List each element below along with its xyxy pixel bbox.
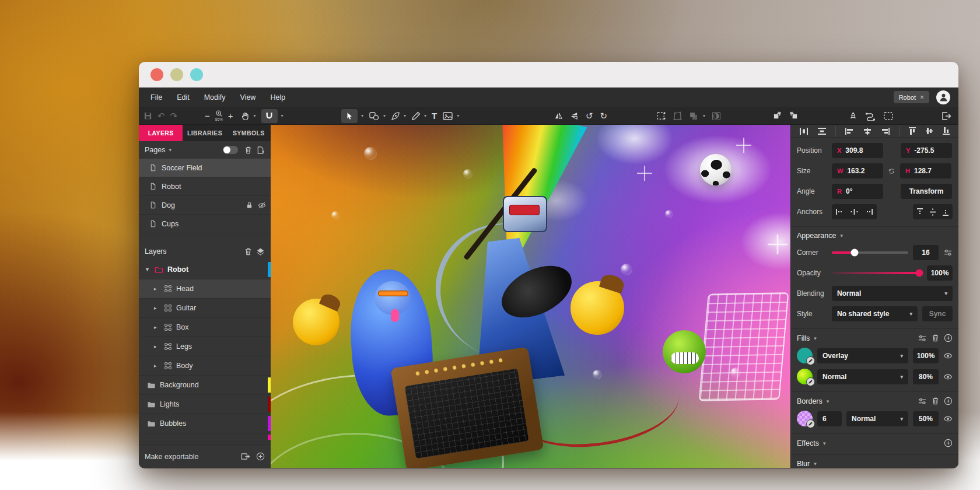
size-height-input[interactable]: H 128.7 [900,163,951,178]
account-avatar[interactable] [936,90,950,104]
layer-row-box[interactable]: ▸ Box [139,318,271,337]
tab-symbols[interactable]: SYMBOLS [227,125,271,141]
fill-opacity-value[interactable]: 80% [913,369,939,384]
borders-section-header[interactable]: Borders ▾ [791,391,958,405]
select-tool[interactable] [341,109,358,123]
angle-input[interactable]: R 0° [832,184,883,199]
fills-delete-icon[interactable] [931,334,940,342]
sync-button[interactable]: Sync [922,306,953,321]
select-tool-chevron-icon[interactable]: ▾ [361,113,363,118]
size-width-input[interactable]: W 163.2 [832,163,883,178]
fill-visible-eye-icon[interactable] [943,372,953,382]
rotate-cw-icon[interactable]: ↻ [600,111,608,120]
text-tool-icon[interactable]: T [432,111,437,121]
fill-opacity-value[interactable]: 100% [913,348,939,363]
save-icon[interactable] [144,111,152,120]
anchor-top-icon[interactable] [916,208,923,216]
document-tab-robot[interactable]: Robot × [894,91,929,103]
borders-delete-icon[interactable] [931,397,940,405]
pages-toggle[interactable] [223,146,238,154]
menu-help[interactable]: Help [270,93,285,102]
effects-add-icon[interactable] [944,439,953,447]
layer-row-background[interactable]: Background [139,376,271,395]
document-tab-close-icon[interactable]: × [920,93,924,102]
blending-dropdown[interactable]: Normal ▾ [832,286,953,301]
blur-section-header[interactable]: Blur ▾ [791,454,958,468]
corner-slider[interactable] [832,251,908,254]
fill-blend-dropdown[interactable]: Normal ▾ [817,369,908,384]
transform-button[interactable]: Transform [901,184,952,199]
opacity-value[interactable]: 100% [927,265,953,281]
redo-icon[interactable]: ↷ [170,111,178,120]
hand-tool-icon[interactable] [241,111,250,121]
layer-row-legs[interactable]: ▸ Legs [139,337,271,356]
minimize-window-button[interactable] [170,68,183,81]
anchor-bottom-icon[interactable] [942,208,949,216]
pages-chevron-icon[interactable]: ▾ [169,147,172,153]
scale-tool-icon[interactable] [656,111,666,120]
export-icon[interactable] [240,452,250,461]
distribute-vertical-icon[interactable] [817,127,827,135]
position-y-input[interactable]: Y -275.5 [901,143,952,158]
rotate-ccw-icon[interactable]: ↺ [586,111,593,120]
delete-page-icon[interactable] [244,146,253,155]
disclosure-closed-icon[interactable]: ▸ [154,363,160,369]
locked-icon[interactable] [246,201,253,209]
borders-options-icon[interactable] [918,397,927,405]
shape-tool-icon[interactable] [369,111,380,121]
anchor-right-icon[interactable] [864,208,873,215]
add-export-icon[interactable] [256,452,265,461]
merge-chevron-icon[interactable]: ▾ [703,113,705,118]
menu-file[interactable]: File [150,93,162,102]
mask-tool-icon[interactable] [712,111,721,121]
fill-visible-eye-icon[interactable] [943,351,953,360]
tab-libraries[interactable]: LIBRARIES [183,125,226,141]
fills-options-icon[interactable] [918,334,927,342]
send-backward-icon[interactable] [789,111,798,120]
fills-add-icon[interactable] [944,334,953,342]
layer-row-guitar[interactable]: ▸ Guitar [139,299,271,318]
layer-row-bubbles[interactable]: Bubbles [139,414,271,433]
fills-section-header[interactable]: Fills ▾ [791,328,958,342]
disclosure-closed-icon[interactable]: ▸ [154,344,160,349]
borders-add-icon[interactable] [944,397,953,405]
zoom-window-button[interactable] [190,68,203,81]
corner-options-icon[interactable] [943,249,953,257]
hand-tool-chevron-icon[interactable]: ▾ [254,113,256,118]
add-page-icon[interactable] [256,146,265,155]
anchor-left-icon[interactable] [835,208,844,215]
merge-layers-icon[interactable] [689,111,698,121]
magnet-tool[interactable] [261,109,278,123]
opacity-slider[interactable] [832,272,922,274]
anchor-middle-vertical-icon[interactable] [929,208,936,216]
zoom-tool[interactable]: 86% [215,110,223,122]
anchor-center-horizontal-icon[interactable] [850,208,859,215]
corner-value[interactable]: 16 [913,245,939,260]
pencil-tool-chevron-icon[interactable]: ▾ [424,113,426,118]
pen-tool-icon[interactable] [391,111,400,121]
zoom-out-icon[interactable]: − [205,111,210,120]
exit-export-icon[interactable] [941,111,951,121]
effects-section-header[interactable]: Effects ▾ [791,433,958,447]
layer-row-partial[interactable] [139,433,271,442]
boolean-union-icon[interactable] [849,111,858,120]
page-row-cups[interactable]: Cups [139,215,271,233]
border-color-swatch[interactable] [797,411,813,426]
bring-forward-icon[interactable] [773,111,782,120]
menu-edit[interactable]: Edit [177,93,190,102]
pen-tool-chevron-icon[interactable]: ▾ [404,113,406,118]
layer-row-robot[interactable]: ▼ Robot [139,260,271,279]
tab-layers[interactable]: LAYERS [139,125,183,141]
border-visible-eye-icon[interactable] [943,414,953,424]
shape-tool-chevron-icon[interactable]: ▾ [383,113,386,118]
hidden-eye-icon[interactable] [258,201,266,209]
border-width-input[interactable]: 6 [817,411,842,426]
page-row-robot[interactable]: Robot [139,177,271,196]
slice-marquee-icon[interactable] [883,111,894,121]
align-right-icon[interactable] [881,127,890,135]
connector-icon[interactable] [865,111,876,121]
layer-row-head[interactable]: ▸ Head [139,279,271,299]
canvas[interactable] [271,125,790,468]
page-row-dog[interactable]: Dog [139,196,271,215]
fill-blend-dropdown[interactable]: Overlay ▾ [817,348,908,363]
